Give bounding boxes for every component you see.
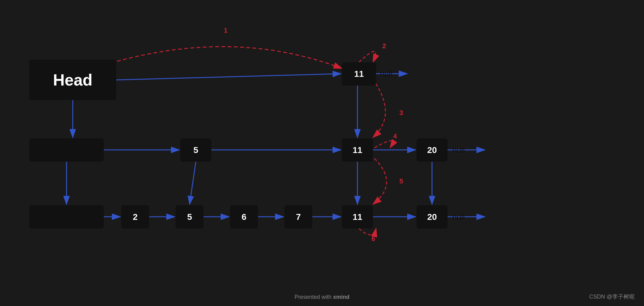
node-r3-11-label: 11 <box>352 212 362 222</box>
svg-text:1: 1 <box>224 26 228 34</box>
node-r1-11-label: 11 <box>354 69 364 79</box>
null-r1: null <box>380 69 392 79</box>
svg-line-3 <box>116 74 341 80</box>
node-r2-5-label: 5 <box>193 145 198 155</box>
node-r3-11: 11 <box>342 205 373 229</box>
node-r2-20: 20 <box>416 138 448 162</box>
node-r3-head <box>29 205 104 229</box>
svg-text:5: 5 <box>399 177 403 185</box>
node-head-label: Head <box>53 71 92 89</box>
null-r2: null <box>452 146 465 155</box>
node-r3-2-label: 2 <box>133 212 138 222</box>
footer-center: Presented with xmind <box>294 294 349 300</box>
node-r3-6: 6 <box>230 205 258 229</box>
node-r2-head <box>29 138 104 162</box>
svg-text:4: 4 <box>393 132 397 140</box>
node-r3-5-label: 5 <box>187 212 192 222</box>
null-r3: null <box>452 212 465 222</box>
node-r2-11-label: 11 <box>352 145 362 155</box>
node-r3-7: 7 <box>284 205 312 229</box>
node-r3-5: 5 <box>176 205 204 229</box>
node-r3-20: 20 <box>416 205 448 229</box>
footer-right: CSDN @李子树呢 <box>589 293 635 300</box>
svg-text:6: 6 <box>371 235 375 243</box>
node-r1-11: 11 <box>342 62 376 86</box>
node-r3-2: 2 <box>121 205 149 229</box>
node-r2-5: 5 <box>180 138 211 162</box>
node-r3-7-label: 7 <box>296 212 301 222</box>
node-r3-6-label: 6 <box>242 212 246 222</box>
svg-text:2: 2 <box>382 42 386 50</box>
node-r2-20-label: 20 <box>427 145 437 155</box>
svg-line-11 <box>190 162 196 204</box>
node-r3-20-label: 20 <box>427 212 437 222</box>
svg-text:3: 3 <box>399 109 403 117</box>
diagram: 1 2 3 4 5 6 Head 11 null 5 11 <box>0 0 644 306</box>
node-head: Head <box>29 60 116 100</box>
node-r2-11: 11 <box>342 138 373 162</box>
